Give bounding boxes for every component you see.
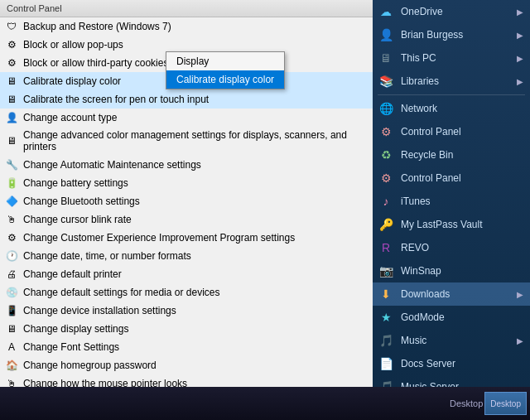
cp-item-label: Change Automatic Maintenance settings [23,159,201,171]
wrench-icon: 🔧 [5,158,18,171]
sm-item-libraries[interactable]: 📚Libraries▶ [373,70,530,93]
cp-item-change-default-printer[interactable]: 🖨Change default printer [0,265,380,283]
recycle-icon: ♻ [378,147,394,163]
taskbar: Desktop Desktop [0,387,530,420]
gear-icon: ⚙ [5,38,18,51]
cp-item-label: Change cursor blink rate [23,214,132,225]
gear-icon: ⚙ [5,56,18,70]
cp-item-label: Change advanced color management setting… [23,129,373,153]
cp-item-change-account[interactable]: 👤Change account type [0,109,380,127]
cp-item-change-default-media[interactable]: 💿Change default settings for media or de… [0,283,380,302]
cp-item-label: Block or allow third-party cookies [23,57,168,69]
cp-item-change-cursor[interactable]: 🖱Change cursor blink rate [0,210,380,229]
tooltip-item-display[interactable]: Display [166,52,284,70]
printer-icon: 🖨 [5,268,18,281]
homegroup-icon: 🏠 [5,359,18,372]
sm-item-label: GodMode [401,311,523,323]
sm-item-revo[interactable]: RREVO [373,236,530,259]
battery-icon: 🔋 [5,176,18,190]
sm-item-control-panel[interactable]: ⚙Control Panel [373,120,530,143]
monitor-icon: 🖥 [5,93,18,106]
sm-item-network[interactable]: 🌐Network [373,97,530,120]
monitor-icon: 🖥 [5,322,18,336]
sm-item-docs-server[interactable]: 📄Docs Server [373,352,530,375]
cp-item-label: Change Customer Experience Improvement P… [23,232,295,244]
sm-item-music[interactable]: 🎵Music▶ [373,329,530,352]
cp-item-change-auto-maint[interactable]: 🔧Change Automatic Maintenance settings [0,156,380,174]
tooltip-item-calibrate[interactable]: Calibrate display color [166,70,284,89]
cp-item-change-adv-color[interactable]: 🖥Change advanced color management settin… [0,127,380,156]
sm-item-label: My LastPass Vault [401,219,523,230]
cp-item-backup[interactable]: 🛡Backup and Restore (Windows 7) [0,17,380,36]
control-panel-icon: ⚙ [378,123,394,140]
sm-item-label: iTunes [401,196,523,207]
sm-item-label: Docs Server [401,358,523,369]
arrow-icon: ▶ [517,54,523,63]
downloads-icon: ⬇ [378,286,394,302]
person-icon: 👤 [5,111,18,124]
shield-icon: 🛡 [5,20,18,33]
sm-item-downloads[interactable]: ⬇Downloads▶ [373,282,530,306]
cp-item-label: Block or allow pop-ups [23,39,123,51]
sm-item-label: Network [401,103,523,114]
cp-item-label: Change default settings for media or dev… [23,287,219,298]
cp-item-change-datetime[interactable]: 🕐Change date, time, or number formats [0,247,380,265]
show-desktop-label: Desktop [490,399,521,408]
cp-item-change-display[interactable]: 🖥Change display settings [0,320,380,338]
sm-item-label: REVO [401,242,523,253]
sm-item-label: Brian Burgess [401,29,510,41]
cp-item-label: Change display settings [23,323,128,335]
thispc-icon: 🖥 [378,50,394,66]
monitor-icon: 🖥 [5,134,18,147]
show-desktop-button[interactable]: Desktop [484,392,527,415]
cursor-icon: 🖱 [5,213,18,226]
cp-item-change-device-install[interactable]: 📱Change device installation settings [0,302,380,320]
cp-item-change-battery[interactable]: 🔋Change battery settings [0,174,380,192]
sm-item-brian[interactable]: 👤Brian Burgess▶ [373,23,530,46]
lastpass-icon: 🔑 [378,216,394,233]
cp-item-calibrate-pen[interactable]: 🖥Calibrate the screen for pen or touch i… [0,90,380,109]
cp-item-label: Change account type [23,112,117,123]
start-menu-right: ☁OneDrive▶👤Brian Burgess▶🖥This PC▶📚Libra… [373,0,530,420]
sm-item-control-panel2[interactable]: ⚙Control Panel [373,167,530,190]
arrow-icon: ▶ [517,7,523,17]
font-icon: A [5,340,18,354]
godmode-icon: ★ [378,309,394,326]
cp-item-change-bluetooth[interactable]: 🔷Change Bluetooth settings [0,192,380,210]
cp-item-label: Change device installation settings [23,305,176,316]
sm-item-label: This PC [401,52,510,64]
sm-item-lastpass[interactable]: 🔑My LastPass Vault [373,213,530,236]
media-icon: 💿 [5,286,18,299]
sm-item-onedrive[interactable]: ☁OneDrive▶ [373,0,530,23]
menu-divider [378,94,525,95]
bluetooth-icon: 🔷 [5,195,18,208]
brian-icon: 👤 [378,27,394,43]
sm-item-godmode[interactable]: ★GodMode [373,306,530,329]
arrow-icon: ▶ [517,77,523,86]
sm-item-label: Recycle Bin [401,149,523,161]
cp-item-label: Calibrate display color [23,75,121,87]
clock-icon: 🕐 [5,249,18,263]
cp-item-label: Change date, time, or number formats [23,250,191,262]
sm-item-label: WinSnap [401,265,523,277]
monitor-icon: 🖥 [5,75,18,88]
cp-header: Control Panel [0,0,380,17]
cp-item-change-homegroup[interactable]: 🏠Change homegroup password [0,356,380,374]
sm-item-recycle[interactable]: ♻Recycle Bin [373,143,530,167]
arrow-icon: ▶ [517,336,523,345]
network-icon: 🌐 [378,100,394,117]
docs-server-icon: 📄 [378,355,394,372]
sm-item-label: Control Panel [401,172,523,184]
cp-item-change-customer[interactable]: ⚙Change Customer Experience Improvement … [0,229,380,247]
cp-item-label: Backup and Restore (Windows 7) [23,21,171,32]
sm-item-winsnap[interactable]: 📷WinSnap [373,259,530,282]
arrow-icon: ▶ [517,31,523,40]
sm-item-itunes[interactable]: ♪iTunes [373,190,530,213]
music-icon: 🎵 [378,332,394,349]
cp-item-label: Change default printer [23,268,122,280]
cp-item-change-font[interactable]: AChange Font Settings [0,338,380,356]
sm-item-thispc[interactable]: 🖥This PC▶ [373,46,530,70]
cp-item-label: Change Font Settings [23,341,119,353]
onedrive-icon: ☁ [378,3,394,20]
cp-item-label: Change homegroup password [23,360,157,371]
